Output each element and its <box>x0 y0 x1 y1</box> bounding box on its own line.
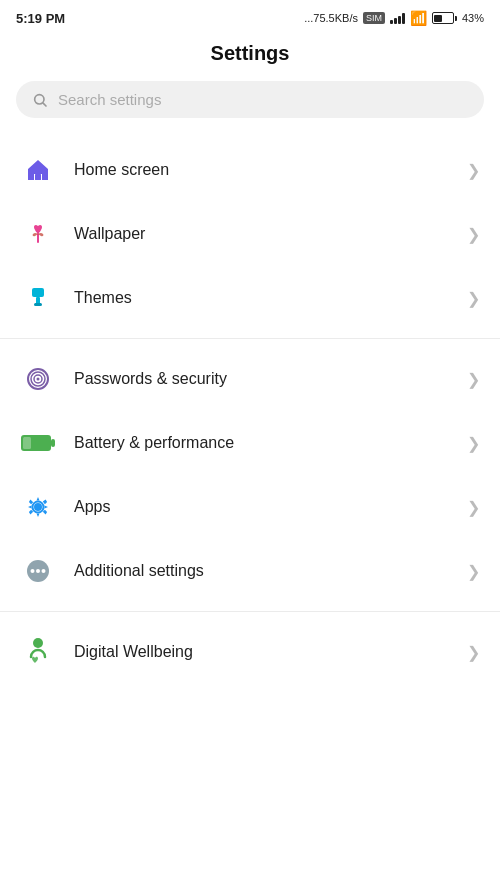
svg-point-20 <box>33 638 43 648</box>
status-time: 5:19 PM <box>16 11 65 26</box>
battery-performance-chevron: ❯ <box>467 434 480 453</box>
additional-settings-icon <box>20 553 56 589</box>
divider-1 <box>0 338 500 339</box>
settings-item-home-screen[interactable]: Home screen ❯ <box>0 138 500 202</box>
status-right: ...75.5KB/s SIM 📶 43% <box>304 10 484 26</box>
status-bar: 5:19 PM ...75.5KB/s SIM 📶 43% <box>0 0 500 32</box>
sim-icon: SIM <box>363 12 385 24</box>
digital-wellbeing-label: Digital Wellbeing <box>74 643 449 661</box>
settings-item-passwords-security[interactable]: Passwords & security ❯ <box>0 347 500 411</box>
passwords-security-label: Passwords & security <box>74 370 449 388</box>
search-bar[interactable]: Search settings <box>16 81 484 118</box>
settings-item-wallpaper[interactable]: Wallpaper ❯ <box>0 202 500 266</box>
battery-performance-icon <box>20 425 56 461</box>
section-wellbeing: Digital Wellbeing ❯ <box>0 620 500 684</box>
svg-rect-3 <box>32 288 44 297</box>
apps-chevron: ❯ <box>467 498 480 517</box>
digital-wellbeing-chevron: ❯ <box>467 643 480 662</box>
passwords-security-icon <box>20 361 56 397</box>
wifi-icon: 📶 <box>410 10 427 26</box>
additional-settings-chevron: ❯ <box>467 562 480 581</box>
page-title: Settings <box>0 32 500 81</box>
signal-icon <box>390 12 405 24</box>
settings-item-additional-settings[interactable]: Additional settings ❯ <box>0 539 500 603</box>
battery-performance-label: Battery & performance <box>74 434 449 452</box>
home-screen-label: Home screen <box>74 161 449 179</box>
svg-rect-5 <box>34 303 42 306</box>
section-security: Passwords & security ❯ Battery & perform… <box>0 347 500 603</box>
svg-line-1 <box>43 103 46 106</box>
settings-item-apps[interactable]: Apps ❯ <box>0 475 500 539</box>
svg-point-15 <box>35 504 41 510</box>
search-icon <box>32 92 48 108</box>
network-speed: ...75.5KB/s <box>304 12 358 24</box>
search-container: Search settings <box>0 81 500 138</box>
passwords-security-chevron: ❯ <box>467 370 480 389</box>
svg-point-19 <box>42 569 46 573</box>
wallpaper-label: Wallpaper <box>74 225 449 243</box>
digital-wellbeing-icon <box>20 634 56 670</box>
apps-label: Apps <box>74 498 449 516</box>
settings-item-battery-performance[interactable]: Battery & performance ❯ <box>0 411 500 475</box>
settings-item-themes[interactable]: Themes ❯ <box>0 266 500 330</box>
svg-rect-2 <box>35 174 41 180</box>
svg-rect-12 <box>23 437 31 449</box>
home-screen-chevron: ❯ <box>467 161 480 180</box>
wallpaper-icon <box>20 216 56 252</box>
section-display: Home screen ❯ Wallpaper ❯ Themes <box>0 138 500 330</box>
search-placeholder: Search settings <box>58 91 161 108</box>
themes-chevron: ❯ <box>467 289 480 308</box>
divider-2 <box>0 611 500 612</box>
battery-percent: 43% <box>462 12 484 24</box>
settings-item-digital-wellbeing[interactable]: Digital Wellbeing ❯ <box>0 620 500 684</box>
themes-icon <box>20 280 56 316</box>
svg-point-9 <box>37 378 40 381</box>
svg-point-18 <box>36 569 40 573</box>
svg-rect-11 <box>51 439 55 447</box>
apps-icon <box>20 489 56 525</box>
battery-icon <box>432 12 457 24</box>
additional-settings-label: Additional settings <box>74 562 449 580</box>
themes-label: Themes <box>74 289 449 307</box>
svg-point-17 <box>31 569 35 573</box>
wallpaper-chevron: ❯ <box>467 225 480 244</box>
home-screen-icon <box>20 152 56 188</box>
